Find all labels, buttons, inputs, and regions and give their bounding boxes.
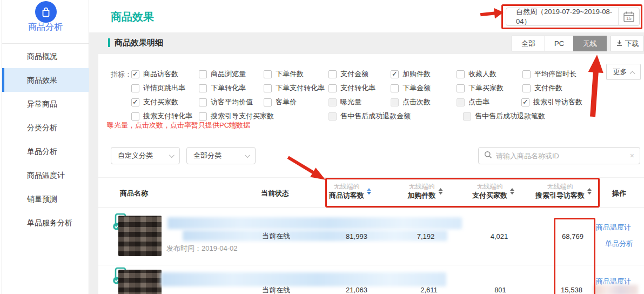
col-header-pay-buyers[interactable]: 无线端的 支付买家数 <box>472 182 514 200</box>
indicator-label: 点击次数 <box>403 97 431 107</box>
metric-cart-items: 2,611 <box>397 286 461 294</box>
col-header-product-name: 商品名称 <box>120 189 148 198</box>
col-header-cart-items[interactable]: 无线端的 加购件数 <box>408 182 443 200</box>
tab-pc[interactable]: PC <box>545 36 574 51</box>
clear-search-icon[interactable]: × <box>630 151 634 160</box>
sidebar-item-category-analysis[interactable]: 分类分析 <box>2 116 89 139</box>
indicator-checkbox[interactable]: 详情页跳出率 <box>131 83 185 93</box>
checkbox-icon <box>199 70 207 78</box>
tab-all[interactable]: 全部 <box>512 36 545 51</box>
col-header-search-visitors[interactable]: 无线端的 搜索引导访客数 <box>535 182 592 200</box>
indicator-checkbox[interactable]: 支付买家数 <box>131 97 178 107</box>
metric-prefix: 无线端的 <box>408 182 436 191</box>
indicator-checkbox[interactable]: 加购件数 <box>391 69 431 79</box>
checkbox-icon <box>199 112 207 121</box>
row-divider <box>98 265 644 265</box>
product-image[interactable] <box>118 270 162 294</box>
indicator-checkbox[interactable]: 收藏人数 <box>457 69 497 79</box>
metric-product-visitors: 81,993 <box>324 232 389 240</box>
indicator-checkbox[interactable]: 支付金额 <box>328 69 368 79</box>
sidebar: 商品分析 商品概况 商品效果 异常商品 分类分析 单品分析 商品温度计 销量预测… <box>2 0 89 294</box>
indicator-label: 曝光量 <box>340 97 361 107</box>
indicator-label: 搜索引导访客数 <box>533 97 582 107</box>
col-header-status: 当前状态 <box>261 189 289 198</box>
indicator-checkbox-disabled: 售中售后成功退款笔数 <box>463 111 545 121</box>
indicator-checkbox[interactable]: 访客平均价值 <box>199 97 253 107</box>
checkbox-icon <box>522 70 531 78</box>
download-button[interactable]: 下载 <box>611 36 644 51</box>
blurred-action-patch <box>594 285 638 294</box>
checkbox-icon <box>264 70 272 78</box>
action-link-thermometer[interactable]: 商品温度计 <box>596 223 631 232</box>
indicator-checkbox[interactable]: 下单转化率 <box>199 83 246 93</box>
checkbox-disabled-icon <box>391 98 399 106</box>
indicator-checkbox[interactable]: 客单价 <box>264 97 297 107</box>
product-title-blurred <box>167 217 462 229</box>
tab-wireless[interactable]: 无线 <box>573 36 607 51</box>
indicator-checkbox[interactable]: 支付转化率 <box>328 83 375 93</box>
search-input[interactable] <box>496 152 626 160</box>
sidebar-item-single-item-service[interactable]: 单品服务分析 <box>2 211 89 235</box>
sort-icon[interactable] <box>367 188 371 195</box>
indicator-label: 支付买家数 <box>143 97 178 107</box>
indicator-label: 支付金额 <box>340 69 368 79</box>
checkbox-icon <box>264 84 272 92</box>
indicator-label: 客单价 <box>276 97 297 107</box>
sidebar-divider <box>2 43 89 44</box>
indicator-checkbox[interactable]: 下单支付转化率 <box>264 83 325 93</box>
indicator-label: 搜索引导支付买家数 <box>211 111 274 121</box>
checkbox-icon <box>391 84 399 92</box>
indicator-label: 点击率 <box>468 97 489 107</box>
sidebar-item-product-thermometer[interactable]: 商品温度计 <box>2 163 89 187</box>
sidebar-item-product-effect[interactable]: 商品效果 <box>2 68 89 92</box>
indicator-label: 支付件数 <box>534 83 562 93</box>
metric-label: 搜索引导访客数 <box>535 191 585 200</box>
status-value: 当前在线 <box>262 231 290 241</box>
indicator-checkbox[interactable]: 下单金额 <box>391 83 431 93</box>
indicator-checkbox[interactable]: 搜索引导支付买家数 <box>199 111 274 121</box>
search-icon <box>484 151 492 161</box>
indicator-label: 商品浏览量 <box>211 69 246 79</box>
product-image[interactable] <box>118 216 162 256</box>
sort-icon[interactable] <box>439 188 443 195</box>
indicator-label: 收藏人数 <box>468 69 497 79</box>
custom-category-select[interactable]: 自定义分类 <box>111 147 180 164</box>
indicator-label: 加购件数 <box>403 69 431 79</box>
indicator-label: 下单金额 <box>403 83 431 93</box>
product-title-blurred <box>161 272 446 286</box>
checkbox-checked-icon <box>521 98 529 106</box>
indicator-checkbox[interactable]: 下单买家数 <box>457 83 504 93</box>
indicator-checkbox[interactable]: 搜索支付转化率 <box>131 111 192 121</box>
calendar-icon[interactable]: 15 <box>619 11 639 23</box>
sidebar-item-sales-forecast[interactable]: 销量预测 <box>2 187 89 211</box>
indicator-checkbox[interactable]: 下单件数 <box>264 69 304 79</box>
indicator-label: 下单买家数 <box>468 83 504 93</box>
section-title-bar <box>108 38 110 47</box>
date-range-picker[interactable]: 自然周（2019-07-29~2019-08-04） 15 <box>506 8 640 26</box>
indicator-label: 商品访客数 <box>143 69 178 79</box>
sidebar-item-single-item-analysis[interactable]: 单品分析 <box>2 139 89 163</box>
indicator-checkbox-disabled: 售中售后成功退款金额 <box>328 111 411 121</box>
sort-icon[interactable] <box>510 188 514 195</box>
shopping-bag-icon <box>35 1 57 23</box>
indicator-checkbox[interactable]: 支付件数 <box>522 83 562 93</box>
chevron-up-icon <box>629 71 635 76</box>
indicator-checkbox-disabled: 点击次数 <box>391 97 431 107</box>
all-category-select[interactable]: 全部分类 <box>186 147 256 164</box>
sidebar-item-abnormal-product[interactable]: 异常商品 <box>2 92 89 116</box>
table-header-divider <box>98 208 644 208</box>
indicator-checkbox[interactable]: 平均停留时长 <box>522 69 576 79</box>
indicator-checkbox[interactable]: 商品访客数 <box>131 69 178 79</box>
checkbox-icon <box>264 98 272 106</box>
more-button[interactable]: 更多 <box>606 64 641 80</box>
checkbox-icon <box>328 70 337 78</box>
indicator-label: 访客平均价值 <box>211 97 253 107</box>
checkbox-icon <box>131 112 139 121</box>
sort-icon[interactable] <box>587 188 592 195</box>
indicator-checkbox[interactable]: 商品浏览量 <box>199 69 246 79</box>
action-link-item-analysis[interactable]: 单品分析 <box>605 239 633 249</box>
col-header-product-visitors[interactable]: 无线端的 商品访客数 <box>329 182 371 200</box>
more-label: 更多 <box>613 67 627 77</box>
sidebar-item-product-overview[interactable]: 商品概况 <box>2 44 89 68</box>
indicator-checkbox[interactable]: 搜索引导访客数 <box>521 97 582 107</box>
